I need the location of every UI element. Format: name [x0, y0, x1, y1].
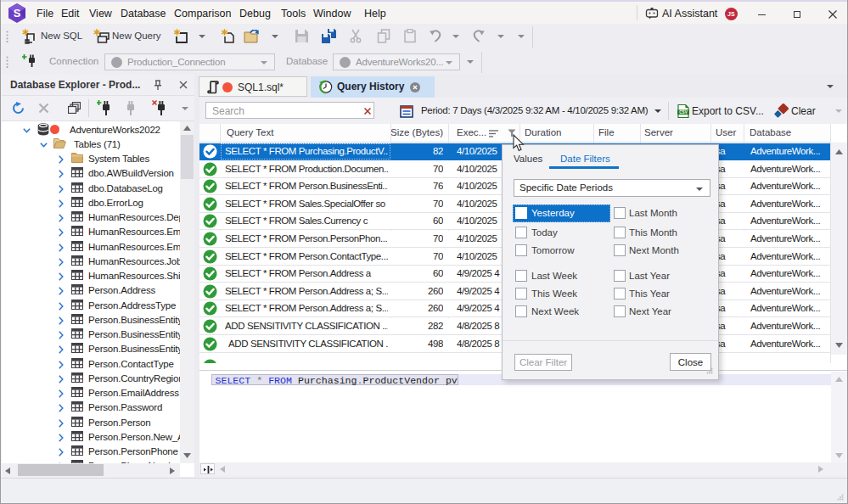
svg-text:CSV: CSV	[679, 110, 688, 115]
svg-text:S: S	[14, 7, 21, 20]
